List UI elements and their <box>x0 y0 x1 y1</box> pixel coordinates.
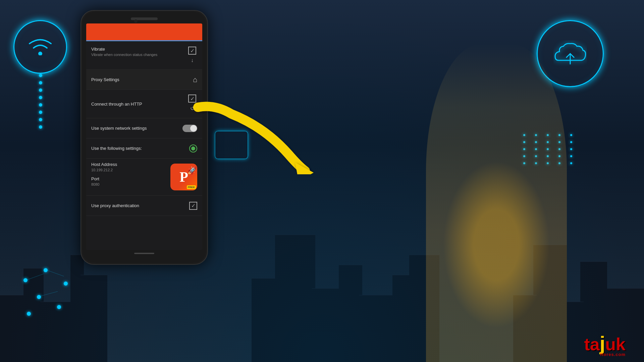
proxy-auth-text: Use proxy authentication <box>91 203 189 208</box>
vibrate-arrow-down: ↓ <box>187 55 197 65</box>
connect-http-setting[interactable]: Connect through an HTTP ✓ ↺ <box>86 90 202 118</box>
system-network-setting[interactable]: Use system network settings <box>86 118 202 138</box>
phone-screen: Vibrate Vibrate when connection status c… <box>86 23 202 250</box>
settings-list: Vibrate Vibrate when connection status c… <box>86 41 202 216</box>
app-header <box>86 23 202 40</box>
use-following-setting[interactable]: Use the following settings: <box>86 138 202 159</box>
proxy-home-icon: ⌂ <box>193 75 197 84</box>
app-icon-p: P 🚀 FREE <box>170 164 197 190</box>
dot-line-left <box>39 74 42 129</box>
connect-http-loop-icon: ↺ <box>187 103 197 113</box>
app-p-letter: P <box>179 169 188 185</box>
wifi-icon <box>13 20 67 74</box>
network-nodes <box>17 261 84 328</box>
connect-http-text: Connect through an HTTP <box>91 102 187 107</box>
host-address-label: Host Address <box>91 162 170 167</box>
woman-figure <box>399 0 594 362</box>
port-label: Port <box>91 176 170 181</box>
use-following-label: Use the following settings: <box>91 146 189 151</box>
vibrate-setting[interactable]: Vibrate Vibrate when connection status c… <box>86 41 202 70</box>
host-port-item: Host Address 10.199.212.2 Port 8080 P 🚀 … <box>86 159 202 196</box>
vibrate-sublabel: Vibrate when connection status changes <box>91 52 187 57</box>
host-address-value: 10.199.212.2 <box>91 168 170 172</box>
vibrate-text-block: Vibrate Vibrate when connection status c… <box>91 47 187 57</box>
watermark-uk: uk <box>605 336 626 353</box>
system-network-toggle[interactable] <box>182 125 197 132</box>
host-port-text-block: Host Address 10.199.212.2 Port 8080 <box>91 162 170 187</box>
vibrate-checkbox[interactable]: ✓ <box>188 47 196 55</box>
app-rocket-icon: 🚀 <box>187 166 197 175</box>
connect-http-checkbox[interactable]: ✓ <box>188 95 196 103</box>
proxy-auth-checkbox[interactable]: ✓ <box>189 202 197 210</box>
phone-device: Vibrate Vibrate when connection status c… <box>80 10 208 265</box>
proxy-settings-label: Proxy Settings <box>91 77 193 82</box>
system-network-label: Use system network settings <box>91 126 182 131</box>
svg-point-0 <box>38 52 42 55</box>
watermark-j: j <box>600 334 605 354</box>
watermark-area: ta j uk flores.com <box>584 334 626 357</box>
use-following-text: Use the following settings: <box>91 146 189 151</box>
connect-http-label: Connect through an HTTP <box>91 102 187 107</box>
proxy-auth-setting[interactable]: Use proxy authentication ✓ <box>86 196 202 216</box>
proxy-settings-item[interactable]: Proxy Settings ⌂ <box>86 70 202 90</box>
neon-square-icon <box>215 131 248 159</box>
system-network-text: Use system network settings <box>91 126 182 131</box>
phone-camera <box>134 19 138 23</box>
use-following-radio[interactable] <box>189 144 197 153</box>
watermark-sub: flores.com <box>600 352 626 357</box>
proxy-auth-label: Use proxy authentication <box>91 203 189 208</box>
phone-home-indicator <box>134 253 154 254</box>
watermark-ta: ta <box>584 336 599 353</box>
vibrate-label: Vibrate <box>91 47 187 52</box>
app-free-badge: FREE <box>187 185 196 189</box>
port-value: 8080 <box>91 182 170 187</box>
